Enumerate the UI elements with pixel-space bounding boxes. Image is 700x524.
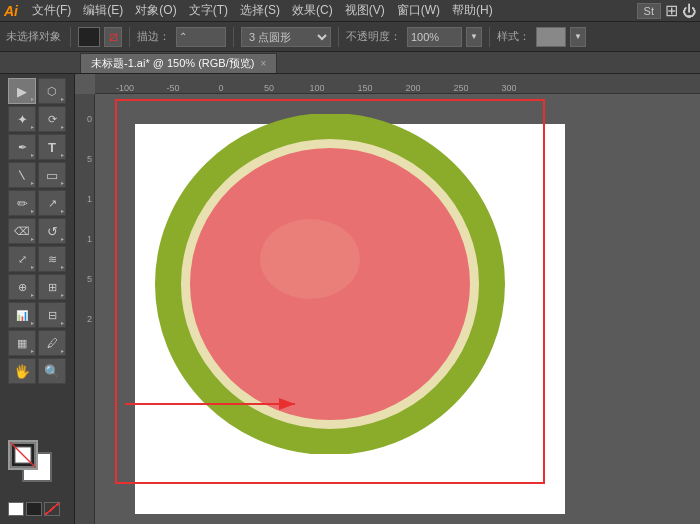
type-icon: T	[48, 140, 56, 155]
tool-graph[interactable]: 📊▸	[8, 302, 36, 328]
tool-warp[interactable]: ≋▸	[38, 246, 66, 272]
opacity-label: 不透明度：	[346, 29, 401, 44]
properties-toolbar: 未选择对象 ⧄ 描边： ⌃ 3 点圆形 不透明度： 100% ▼ 样式： ▼	[0, 22, 700, 52]
tool-line[interactable]: /▸	[8, 162, 36, 188]
color-strip	[8, 502, 60, 516]
tool-type[interactable]: T▸	[38, 134, 66, 160]
divider-1	[70, 27, 71, 47]
tool-magic-wand[interactable]: ✦▸	[8, 106, 36, 132]
ruler-tick-n100: -100	[116, 83, 134, 93]
eraser-icon: ⌫	[14, 225, 30, 238]
power-icon[interactable]: ⏻	[682, 3, 696, 19]
tool-scale[interactable]: ⤢▸	[8, 246, 36, 272]
ruler-tick-250: 250	[453, 83, 468, 93]
ruler-tick-v1a: 1	[87, 194, 92, 204]
menu-type[interactable]: 文字(T)	[183, 0, 234, 21]
line-icon: /	[15, 168, 29, 182]
stroke-control[interactable]: ⌃	[176, 27, 226, 47]
ruler-tick-v2: 2	[87, 314, 92, 324]
ruler-tick-100: 100	[309, 83, 324, 93]
tool-direct-select[interactable]: ⬡▸	[38, 78, 66, 104]
opacity-arrow[interactable]: ▼	[466, 27, 482, 47]
ruler-tick-150: 150	[357, 83, 372, 93]
graph-icon: 📊	[16, 310, 28, 321]
menu-bar: Ai 文件(F) 编辑(E) 对象(O) 文字(T) 选择(S) 效果(C) 视…	[0, 0, 700, 22]
tool-select[interactable]: ▶▸	[8, 78, 36, 104]
zoom-icon: 🔍	[44, 364, 60, 379]
ruler-tick-0: 0	[218, 83, 223, 93]
eyedropper-icon: 🖊	[47, 337, 58, 349]
menu-edit[interactable]: 编辑(E)	[77, 0, 129, 21]
document-tab[interactable]: 未标题-1.ai* @ 150% (RGB/预览) ×	[80, 53, 277, 73]
canvas-area[interactable]: -100 -50 0 50 100 150 200 250 300 0 5 1 …	[75, 74, 700, 524]
toolbar-search[interactable]: St	[637, 3, 661, 19]
tool-row-5: ✏▸ ↗▸	[8, 190, 66, 216]
divider-4	[338, 27, 339, 47]
tool-row-8: ⊕▸ ⊞▸	[8, 274, 66, 300]
tool-pencil[interactable]: ✏▸	[8, 190, 36, 216]
fill-arrow[interactable]: ⧄	[104, 27, 122, 47]
fill-color-box[interactable]	[78, 27, 100, 47]
stroke-label: 描边：	[137, 29, 170, 44]
menu-effect[interactable]: 效果(C)	[286, 0, 339, 21]
black-color[interactable]	[26, 502, 42, 516]
tool-row-10: ▦▸ 🖊▸	[8, 330, 66, 356]
menu-view[interactable]: 视图(V)	[339, 0, 391, 21]
tool-lasso[interactable]: ⟳▸	[38, 106, 66, 132]
free-transform-icon: ⊕	[18, 281, 27, 294]
stroke-spinbox[interactable]: ⌃	[177, 31, 189, 42]
tool-row-6: ⌫▸ ↺▸	[8, 218, 66, 244]
lasso-icon: ⟳	[48, 113, 57, 126]
layout-icon[interactable]: ⊞	[665, 1, 678, 20]
magic-wand-icon: ✦	[17, 112, 28, 127]
menu-help[interactable]: 帮助(H)	[446, 0, 499, 21]
divider-5	[489, 27, 490, 47]
tool-rotate[interactable]: ↺▸	[38, 218, 66, 244]
tool-row-9: 📊▸ ⊟▸	[8, 302, 66, 328]
style-arrow-icon: ▼	[574, 32, 582, 41]
tab-close-button[interactable]: ×	[260, 58, 266, 69]
style-label: 样式：	[497, 29, 530, 44]
ruler-tick-300: 300	[501, 83, 516, 93]
tool-symbol[interactable]: ⊞▸	[38, 274, 66, 300]
opacity-input[interactable]: 100%	[407, 27, 462, 47]
fill-slash-icon: ⧄	[109, 28, 118, 45]
warp-icon: ≋	[48, 253, 57, 266]
divider-3	[233, 27, 234, 47]
menu-window[interactable]: 窗口(W)	[391, 0, 446, 21]
tool-row-3: ✒▸ T▸	[8, 134, 66, 160]
point-type-select[interactable]: 3 点圆形	[241, 27, 331, 47]
tool-gradient[interactable]: ▦▸	[8, 330, 36, 356]
tool-pen[interactable]: ✒▸	[8, 134, 36, 160]
menu-object[interactable]: 对象(O)	[129, 0, 182, 21]
tool-hand[interactable]: 🖐	[8, 358, 36, 384]
direct-select-icon: ⬡	[47, 85, 57, 98]
ruler-top: -100 -50 0 50 100 150 200 250 300	[95, 74, 700, 94]
ruler-tick-v1b: 1	[87, 234, 92, 244]
rotate-icon: ↺	[47, 224, 58, 239]
none-color[interactable]	[44, 502, 60, 516]
menu-file[interactable]: 文件(F)	[26, 0, 77, 21]
white-color[interactable]	[8, 502, 24, 516]
divider-2	[129, 27, 130, 47]
tool-blob[interactable]: ↗▸	[38, 190, 66, 216]
tool-zoom[interactable]: 🔍	[38, 358, 66, 384]
style-box[interactable]	[536, 27, 566, 47]
ruler-left: 0 5 1 1 5 2	[75, 94, 95, 524]
arrow-down-icon: ▼	[470, 32, 478, 41]
tool-rect[interactable]: ▭▸	[38, 162, 66, 188]
tool-eyedropper[interactable]: 🖊▸	[38, 330, 66, 356]
symbol-icon: ⊞	[48, 281, 57, 294]
tool-eraser[interactable]: ⌫▸	[8, 218, 36, 244]
blob-icon: ↗	[48, 197, 57, 210]
foreground-color-box[interactable]	[8, 440, 38, 470]
ruler-tick-v0: 0	[87, 114, 92, 124]
tool-row-11: 🖐 🔍	[8, 358, 66, 384]
ruler-tick-n50: -50	[166, 83, 179, 93]
ruler-tick-200: 200	[405, 83, 420, 93]
tool-mesh[interactable]: ⊟▸	[38, 302, 66, 328]
tool-free-transform[interactable]: ⊕▸	[8, 274, 36, 300]
pen-icon: ✒	[18, 141, 27, 154]
style-arrow[interactable]: ▼	[570, 27, 586, 47]
menu-select[interactable]: 选择(S)	[234, 0, 286, 21]
